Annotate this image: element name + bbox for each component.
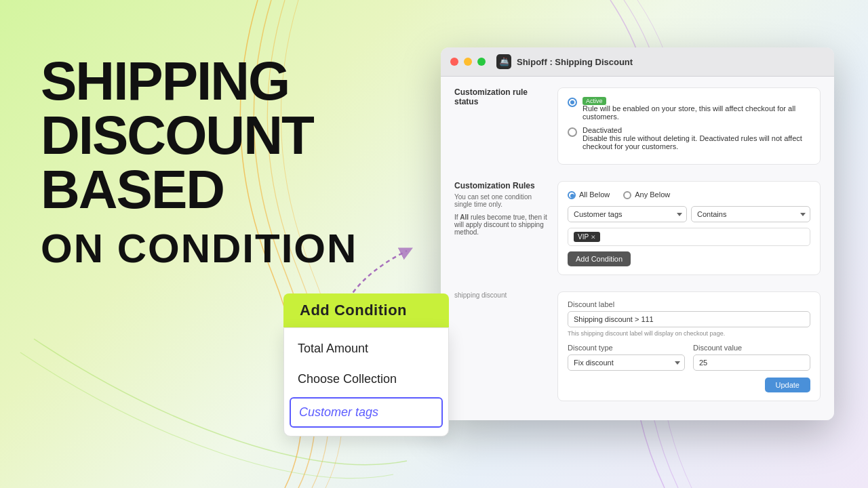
window-titlebar: 🚢 Shipoff : Shipping Discount (441, 47, 834, 77)
discount-type-select[interactable]: Fix discount Percentage (568, 354, 685, 371)
rules-subtitle: You can set one condition single time on… (454, 193, 549, 208)
any-below-dot (623, 191, 631, 199)
discount-type-col: Discount type Fix discount Percentage (568, 344, 685, 371)
window-title: 🚢 Shipoff : Shipping Discount (496, 54, 633, 69)
hero-line3: BASED (41, 159, 224, 220)
radio-active-dot (568, 98, 577, 107)
condition-type-select[interactable]: Customer tags Total Amount Choose Collec… (568, 206, 687, 222)
hero-text-block: SHIPPING DISCOUNT BASED ON CONDITION (41, 54, 357, 271)
rules-condition-text: If All rules become true, then it will a… (454, 214, 549, 236)
all-below-dot (568, 191, 576, 199)
window-body: Customization rule status Active Rule wi… (441, 77, 834, 420)
app-icon: 🚢 (496, 54, 511, 69)
any-below-radio[interactable]: Any Below (623, 190, 670, 199)
hero-line4: ON CONDITION (41, 226, 357, 271)
any-below-label: Any Below (635, 190, 670, 199)
tag-value: VIP (578, 233, 589, 241)
all-below-radio[interactable]: All Below (568, 190, 610, 199)
app-window: 🚢 Shipoff : Shipping Discount Customizat… (441, 47, 834, 420)
all-below-label: All Below (579, 190, 610, 199)
window-title-text: Shipoff : Shipping Discount (517, 57, 633, 67)
discount-label-input[interactable] (568, 311, 810, 327)
rules-radio-row: All Below Any Below (568, 190, 810, 199)
deactivated-desc: Disable this rule without deleting it. D… (583, 134, 810, 150)
discount-value-col: Discount value (693, 344, 810, 371)
hero-line2: DISCOUNT (41, 105, 313, 165)
discount-label-title: Discount label (568, 300, 810, 308)
radio-deactivated-option[interactable]: Deactivated Disable this rule without de… (568, 126, 810, 150)
radio-active-option[interactable]: Active Rule will be enabled on your stor… (568, 96, 810, 121)
traffic-light-red[interactable] (450, 58, 458, 66)
discount-type-value-row: Discount type Fix discount Percentage Di… (568, 344, 810, 371)
dropdown-item-choose-collection[interactable]: Choose Collection (284, 364, 448, 394)
dropdown-trigger-label[interactable]: Add Condition (283, 293, 449, 327)
tag-close-icon[interactable]: ✕ (591, 234, 596, 241)
add-condition-button[interactable]: Add Condition (568, 251, 631, 266)
tag-row: VIP ✕ (568, 228, 810, 246)
hero-line1: SHIPPING (41, 51, 289, 111)
dropdown-item-total-amount[interactable]: Total Amount (284, 333, 448, 364)
shipping-discount-note: shipping discount (454, 291, 549, 299)
condition-row: Customer tags Total Amount Choose Collec… (568, 206, 810, 222)
condition-operator-select[interactable]: Contains Does not contain Equals (691, 206, 810, 222)
traffic-light-yellow[interactable] (464, 58, 472, 66)
dropdown-popup: Add Condition Total Amount Choose Collec… (283, 293, 449, 436)
traffic-light-green[interactable] (477, 58, 486, 66)
discount-value-input[interactable] (693, 354, 810, 371)
active-desc: Rule will be enabled on your store, this… (583, 104, 810, 121)
update-button[interactable]: Update (765, 378, 810, 392)
vip-tag: VIP ✕ (574, 232, 600, 242)
dropdown-menu: Total Amount Choose Collection Customer … (283, 327, 449, 436)
deactivated-label: Deactivated (583, 126, 810, 134)
discount-type-label: Discount type (568, 344, 685, 352)
discount-value-label: Discount value (693, 344, 810, 352)
update-btn-row: Update (568, 378, 810, 392)
dropdown-item-customer-tags[interactable]: Customer tags (290, 397, 443, 428)
radio-deactivated-dot (568, 127, 577, 137)
status-section-title: Customization rule status (454, 87, 549, 106)
rules-section-title: Customization Rules (454, 181, 549, 190)
discount-label-hint: This shipping discount label will displa… (568, 330, 810, 337)
